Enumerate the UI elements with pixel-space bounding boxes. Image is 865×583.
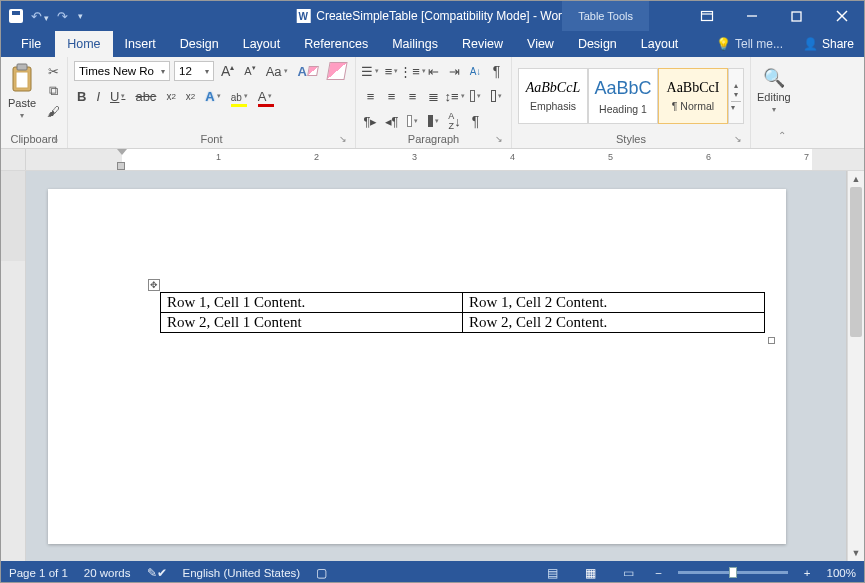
tab-references[interactable]: References	[292, 31, 380, 57]
close-button[interactable]	[819, 1, 864, 31]
shading-cell-button[interactable]: ▾	[404, 111, 421, 131]
vertical-ruler[interactable]	[1, 171, 26, 561]
style-normal[interactable]: AaBbCcI ¶ Normal	[658, 68, 728, 124]
first-line-indent-marker[interactable]	[117, 149, 127, 155]
vscroll-thumb[interactable]	[850, 187, 862, 337]
style-heading1[interactable]: AaBbC Heading 1	[588, 68, 658, 124]
copy-button[interactable]: ⧉	[45, 83, 61, 99]
scroll-down-button[interactable]: ▼	[848, 545, 864, 561]
document-table[interactable]: Row 1, Cell 1 Content. Row 1, Cell 2 Con…	[160, 292, 765, 333]
tab-design[interactable]: Design	[168, 31, 231, 57]
italic-button[interactable]: I	[93, 86, 103, 106]
tab-insert[interactable]: Insert	[113, 31, 168, 57]
tab-layout[interactable]: Layout	[231, 31, 293, 57]
tab-file[interactable]: File	[7, 31, 55, 57]
eraser-icon[interactable]	[325, 61, 349, 81]
spellcheck-icon[interactable]: ✎✔	[147, 566, 167, 580]
zoom-out-button[interactable]: −	[655, 567, 662, 579]
font-size-combo[interactable]: 12▾	[174, 61, 214, 81]
tab-tabletools-layout[interactable]: Layout	[629, 31, 691, 57]
tab-review[interactable]: Review	[450, 31, 515, 57]
show-marks-button[interactable]: ¶	[488, 61, 505, 81]
language-indicator[interactable]: English (United States)	[183, 567, 301, 579]
sort-button[interactable]: A↓	[467, 61, 484, 81]
highlight-button[interactable]: ab▾	[228, 86, 251, 106]
redo-button[interactable]: ↷	[57, 9, 68, 24]
border-style-button[interactable]: ▾	[425, 111, 442, 131]
table-row[interactable]: Row 2, Cell 1 Content Row 2, Cell 2 Cont…	[161, 313, 765, 333]
qat-customize-caret[interactable]: ▾	[78, 11, 83, 21]
read-mode-button[interactable]: ▤	[541, 564, 563, 582]
styles-gallery-more[interactable]: ▴▾▾	[728, 68, 744, 124]
grow-font-button[interactable]: A▴	[218, 61, 237, 81]
table-row[interactable]: Row 1, Cell 1 Content. Row 1, Cell 2 Con…	[161, 293, 765, 313]
hanging-indent-marker[interactable]	[117, 162, 125, 170]
tab-view[interactable]: View	[515, 31, 566, 57]
page[interactable]: ✥ Row 1, Cell 1 Content. Row 1, Cell 2 C…	[48, 189, 786, 544]
editing-dropdown-caret[interactable]: ▾	[772, 105, 776, 114]
paste-button[interactable]	[7, 61, 37, 95]
font-color-button[interactable]: A▾	[255, 86, 276, 106]
table-resize-handle[interactable]	[768, 337, 775, 344]
tab-home[interactable]: Home	[55, 31, 112, 57]
font-name-combo[interactable]: Times New Ro▾	[74, 61, 170, 81]
tell-me-search[interactable]: 💡 Tell me...	[706, 31, 793, 57]
paste-dropdown-caret[interactable]: ▾	[20, 111, 24, 120]
collapse-ribbon-button[interactable]: ⌃	[778, 130, 792, 144]
bold-button[interactable]: B	[74, 86, 89, 106]
web-layout-button[interactable]: ▭	[617, 564, 639, 582]
save-icon[interactable]	[9, 9, 23, 23]
change-case-button[interactable]: Aa▾	[263, 61, 291, 81]
zoom-slider-knob[interactable]	[729, 567, 737, 578]
macro-record-icon[interactable]: ▢	[316, 566, 327, 580]
cut-button[interactable]: ✂	[45, 63, 61, 79]
share-button[interactable]: 👤 Share	[793, 31, 864, 57]
paragraph-launcher[interactable]: ↘	[495, 134, 503, 144]
strikethrough-button[interactable]: abc	[132, 86, 159, 106]
tab-mailings[interactable]: Mailings	[380, 31, 450, 57]
ltr-button[interactable]: ¶▸	[362, 111, 379, 131]
zoom-slider[interactable]	[678, 571, 788, 574]
subscript-button[interactable]: x2	[163, 86, 178, 106]
word-count[interactable]: 20 words	[84, 567, 131, 579]
table-cell[interactable]: Row 1, Cell 1 Content.	[161, 293, 463, 313]
maximize-button[interactable]	[774, 1, 819, 31]
font-launcher[interactable]: ↘	[339, 134, 347, 144]
line-spacing-button[interactable]: ↕≡▾	[446, 86, 463, 106]
table-cell[interactable]: Row 2, Cell 1 Content	[161, 313, 463, 333]
vertical-scrollbar[interactable]: ▲ ▼	[847, 171, 864, 561]
horizontal-ruler[interactable]: 1 2 3 4 5 6 7	[1, 149, 864, 171]
styles-launcher[interactable]: ↘	[734, 134, 742, 144]
borders-button[interactable]: ▾	[488, 86, 505, 106]
tab-tabletools-design[interactable]: Design	[566, 31, 629, 57]
shrink-font-button[interactable]: A▾	[241, 61, 258, 81]
align-right-button[interactable]: ≡	[404, 86, 421, 106]
clear-formatting-button[interactable]: A	[295, 61, 321, 81]
clipboard-launcher[interactable]: ↘	[51, 134, 59, 144]
zoom-in-button[interactable]: +	[804, 567, 811, 579]
page-indicator[interactable]: Page 1 of 1	[9, 567, 68, 579]
superscript-button[interactable]: x2	[183, 86, 198, 106]
find-icon[interactable]: 🔍	[763, 67, 785, 89]
undo-button[interactable]: ↶▾	[31, 9, 49, 24]
print-layout-button[interactable]: ▦	[579, 564, 601, 582]
pilcrow-toggle[interactable]: ¶	[467, 111, 484, 131]
bullets-button[interactable]: ☰▾	[362, 61, 379, 81]
underline-button[interactable]: U▾	[107, 86, 128, 106]
rtl-button[interactable]: ◂¶	[383, 111, 400, 131]
multilevel-list-button[interactable]: ⋮≡▾	[404, 61, 421, 81]
text-effects-button[interactable]: A▾	[202, 86, 223, 106]
table-cell[interactable]: Row 2, Cell 2 Content.	[463, 313, 765, 333]
shading-button[interactable]: ▾	[467, 86, 484, 106]
align-left-button[interactable]: ≡	[362, 86, 379, 106]
document-viewport[interactable]: ✥ Row 1, Cell 1 Content. Row 1, Cell 2 C…	[26, 171, 847, 561]
sort-az-button[interactable]: AZ↓	[446, 111, 463, 131]
scroll-up-button[interactable]: ▲	[848, 171, 864, 187]
format-painter-button[interactable]: 🖌	[45, 103, 61, 119]
table-cell[interactable]: Row 1, Cell 2 Content.	[463, 293, 765, 313]
style-emphasis[interactable]: AaBbCcL Emphasis	[518, 68, 588, 124]
align-center-button[interactable]: ≡	[383, 86, 400, 106]
editing-label[interactable]: Editing	[757, 91, 791, 103]
table-move-handle[interactable]: ✥	[148, 279, 160, 291]
decrease-indent-button[interactable]: ⇤	[425, 61, 442, 81]
